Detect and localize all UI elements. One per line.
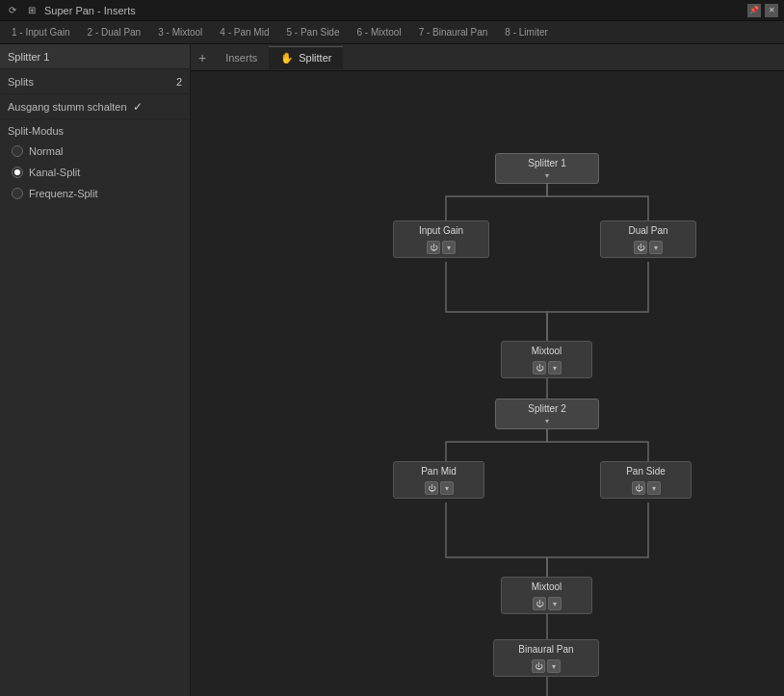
window-controls: 📌 ✕ — [747, 4, 778, 17]
splitter2-node[interactable]: Splitter 2 ▾ — [495, 399, 599, 429]
splits-value: 2 — [176, 76, 182, 88]
input-gain-dropdown[interactable]: ▾ — [442, 241, 456, 254]
sidebar-title: Splitter 1 — [8, 51, 49, 63]
connections-svg — [191, 71, 784, 696]
binaural-pan-power[interactable]: ⏻ — [532, 659, 545, 673]
app-icon: ⟳ — [6, 4, 19, 17]
kanal-label: Kanal-Split — [29, 167, 80, 178]
splits-row: Splits 2 — [0, 69, 190, 94]
normal-label: Normal — [29, 145, 63, 157]
binaural-pan-node[interactable]: Binaural Pan ⏻ ▾ — [493, 639, 599, 677]
mixtool2-label: Mixtool — [522, 578, 572, 595]
mode-section-label: Split-Modus — [0, 119, 190, 141]
binaural-pan-dropdown[interactable]: ▾ — [547, 659, 561, 673]
frequenz-radio[interactable] — [12, 188, 23, 199]
tab-input-gain[interactable]: 1 - Input Gain — [4, 24, 78, 40]
splitter1-node[interactable]: Splitter 1 ▾ — [495, 153, 599, 184]
close-button[interactable]: ✕ — [765, 4, 778, 17]
pin-button[interactable]: 📌 — [747, 4, 761, 17]
tab-limiter[interactable]: 8 - Limiter — [497, 24, 555, 40]
dual-pan-power[interactable]: ⏻ — [634, 241, 647, 254]
mixtool1-power[interactable]: ⏻ — [533, 361, 546, 374]
mode-normal-row[interactable]: Normal — [0, 141, 190, 162]
dual-pan-node[interactable]: Dual Pan ⏻ ▾ — [600, 220, 696, 258]
content-area: + Inserts ✋ Splitter — [191, 44, 784, 696]
pan-mid-dropdown[interactable]: ▾ — [440, 481, 454, 495]
splitter2-label: Splitter 2 — [516, 400, 577, 417]
graph-canvas: Splitter 1 ▾ Input Gain ⏻ ▾ Dual Pan ⏻ ▾ — [191, 71, 784, 696]
mute-checkmark: ✓ — [133, 100, 143, 114]
splits-label: Splits — [8, 76, 34, 88]
binaural-pan-controls: ⏻ ▾ — [528, 657, 564, 676]
mixtool2-node[interactable]: Mixtool ⏻ ▾ — [501, 577, 592, 614]
tab-mixtool1[interactable]: 3 - Mixtool — [150, 24, 210, 40]
sidebar: Splitter 1 Splits 2 Ausgang stumm schalt… — [0, 44, 191, 696]
frequenz-label: Frequenz-Split — [29, 188, 98, 199]
pan-mid-controls: ⏻ ▾ — [421, 479, 457, 498]
splitter-tab[interactable]: ✋ Splitter — [269, 46, 343, 69]
mode-frequenz-row[interactable]: Frequenz-Split — [0, 183, 190, 204]
title-bar: ⟳ ⊞ Super Pan - Inserts 📌 ✕ — [0, 0, 784, 21]
mute-label: Ausgang stumm schalten — [8, 101, 127, 113]
kanal-radio[interactable] — [12, 167, 23, 178]
tab-pan-side[interactable]: 5 - Pan Side — [278, 24, 347, 40]
pan-mid-label: Pan Mid — [411, 462, 466, 479]
content-tabs: + Inserts ✋ Splitter — [191, 44, 784, 71]
mixtool2-dropdown[interactable]: ▾ — [548, 597, 562, 610]
mixtool1-label: Mixtool — [522, 342, 572, 359]
tab-pan-mid[interactable]: 4 - Pan Mid — [212, 24, 276, 40]
dual-pan-dropdown[interactable]: ▾ — [649, 241, 663, 254]
input-gain-controls: ⏻ ▾ — [423, 239, 459, 257]
pan-side-label: Pan Side — [616, 462, 675, 479]
sidebar-header: Splitter 1 — [0, 44, 190, 69]
pan-side-power[interactable]: ⏻ — [632, 481, 645, 495]
main-layout: Splitter 1 Splits 2 Ausgang stumm schalt… — [0, 44, 784, 696]
mixtool1-dropdown[interactable]: ▾ — [548, 361, 562, 374]
tab-mixtool2[interactable]: 6 - Mixtool — [350, 24, 409, 40]
settings-icon: ⊞ — [25, 4, 39, 17]
dual-pan-label: Dual Pan — [618, 221, 677, 239]
splitter2-arrow: ▾ — [545, 417, 549, 428]
mixtool1-controls: ⏻ ▾ — [529, 359, 565, 377]
normal-radio[interactable] — [12, 145, 23, 157]
add-tab-button[interactable]: + — [191, 45, 214, 70]
pan-side-node[interactable]: Pan Side ⏻ ▾ — [600, 461, 692, 499]
mode-kanal-row[interactable]: Kanal-Split — [0, 162, 190, 183]
input-gain-node[interactable]: Input Gain ⏻ ▾ — [393, 220, 489, 258]
splitter1-arrow: ▾ — [545, 171, 549, 183]
tab-binaural-pan[interactable]: 7 - Binaural Pan — [411, 24, 496, 40]
title-bar-left: ⟳ ⊞ Super Pan - Inserts — [6, 4, 136, 17]
inserts-tab[interactable]: Inserts — [214, 47, 269, 68]
mixtool1-node[interactable]: Mixtool ⏻ ▾ — [501, 341, 592, 378]
mixtool2-power[interactable]: ⏻ — [533, 597, 546, 610]
mixtool2-controls: ⏻ ▾ — [529, 595, 565, 613]
pan-mid-node[interactable]: Pan Mid ⏻ ▾ — [393, 461, 484, 499]
input-gain-power[interactable]: ⏻ — [427, 241, 440, 254]
input-gain-label: Input Gain — [409, 221, 473, 239]
tab-dual-pan[interactable]: 2 - Dual Pan — [80, 24, 149, 40]
pan-mid-power[interactable]: ⏻ — [425, 481, 438, 495]
hand-icon: ✋ — [280, 52, 294, 64]
tab-bar: 1 - Input Gain2 - Dual Pan3 - Mixtool4 -… — [0, 21, 784, 44]
splitter1-label: Splitter 1 — [516, 154, 577, 171]
app-title: Super Pan - Inserts — [44, 5, 136, 16]
pan-side-dropdown[interactable]: ▾ — [647, 481, 661, 495]
pan-side-controls: ⏻ ▾ — [628, 479, 665, 498]
dual-pan-controls: ⏻ ▾ — [630, 239, 666, 257]
mute-row: Ausgang stumm schalten ✓ — [0, 94, 190, 119]
binaural-pan-label: Binaural Pan — [509, 640, 583, 657]
